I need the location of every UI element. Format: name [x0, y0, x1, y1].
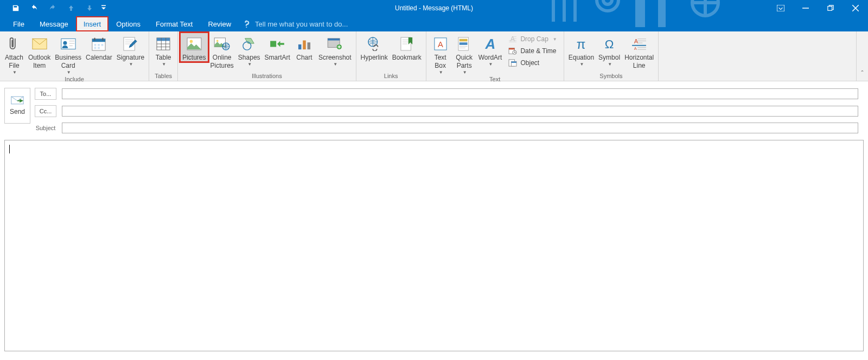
shapes-icon [242, 35, 256, 53]
chart-icon [297, 35, 311, 53]
to-input[interactable] [62, 88, 858, 99]
tab-message[interactable]: Message [32, 16, 76, 31]
ribbon-tabs: File Message Insert Options Format Text … [0, 16, 868, 31]
close-button[interactable] [843, 0, 868, 16]
svg-point-7 [63, 41, 67, 45]
date-time-button[interactable]: Date & Time [505, 46, 560, 56]
maximize-button[interactable] [818, 0, 843, 16]
svg-rect-32 [459, 42, 467, 45]
quick-parts-button[interactable]: Quick Parts ▼ [452, 33, 476, 75]
svg-rect-31 [459, 39, 467, 42]
text-box-button[interactable]: A Text Box ▼ [429, 33, 452, 75]
horizontal-line-icon: AA [631, 35, 647, 53]
tab-format-text[interactable]: Format Text [148, 16, 200, 31]
horizontal-line-button[interactable]: AA Horizontal Line [622, 33, 656, 70]
quick-parts-icon [458, 35, 471, 53]
previous-item-button[interactable] [62, 0, 80, 16]
message-body[interactable] [4, 140, 864, 351]
group-label-include: Include [2, 75, 146, 84]
symbol-button[interactable]: Ω Symbol ▼ [596, 33, 622, 67]
chevron-down-icon: ▼ [579, 62, 584, 67]
tab-review[interactable]: Review [200, 16, 239, 31]
group-illustrations: Pictures Online Pictures Shapes ▼ SmartA… [178, 31, 356, 81]
send-button[interactable]: Send [4, 88, 30, 124]
tab-file[interactable]: File [5, 16, 32, 31]
chevron-down-icon: ▼ [247, 62, 252, 67]
svg-point-0 [597, 0, 618, 11]
object-icon [508, 59, 517, 67]
equation-button[interactable]: π Equation ▼ [566, 33, 596, 67]
group-include: Attach File ▼ Outlook Item Business Card… [0, 31, 149, 81]
svg-rect-24 [328, 38, 340, 41]
next-item-button[interactable] [80, 0, 99, 16]
chevron-down-icon: ▼ [333, 62, 337, 67]
pictures-button[interactable]: Pictures [180, 33, 208, 62]
business-card-button[interactable]: Business Card ▼ [53, 33, 84, 75]
to-button[interactable]: To... [35, 88, 56, 100]
hyperlink-button[interactable]: Hyperlink [359, 33, 390, 62]
subject-label: Subject [35, 125, 56, 131]
svg-rect-22 [307, 42, 310, 49]
svg-text:Ω: Ω [605, 37, 614, 51]
bookmark-button[interactable]: Bookmark [390, 33, 424, 62]
smartart-button[interactable]: SmartArt [263, 33, 292, 62]
svg-text:A: A [438, 40, 443, 49]
window-title: Untitled - Message (HTML) [395, 4, 473, 12]
picture-icon [187, 35, 202, 53]
chevron-down-icon: ▼ [608, 62, 612, 67]
attach-file-button[interactable]: Attach File ▼ [2, 33, 26, 75]
wordart-button[interactable]: A WordArt ▼ [476, 33, 505, 67]
symbol-icon: Ω [602, 35, 617, 53]
calendar-button[interactable]: Calendar [84, 33, 114, 62]
chevron-down-icon: ▼ [67, 70, 71, 75]
svg-point-2 [692, 0, 718, 16]
svg-text:A: A [634, 46, 637, 50]
outlook-item-button[interactable]: Outlook Item [26, 33, 53, 70]
chart-button[interactable]: Chart [292, 33, 316, 62]
subject-input[interactable] [62, 123, 858, 133]
customize-qat-button[interactable] [99, 0, 108, 16]
svg-rect-12 [157, 38, 170, 41]
cc-row: Cc... [35, 105, 858, 117]
group-symbols: π Equation ▼ Ω Symbol ▼ AA Horizontal Li… [564, 31, 659, 81]
tab-insert[interactable]: Insert [76, 16, 109, 31]
cc-input[interactable] [62, 106, 858, 117]
screenshot-button[interactable]: Screenshot ▼ [316, 33, 354, 67]
svg-rect-19 [270, 41, 276, 47]
svg-rect-3 [777, 5, 784, 11]
collapse-ribbon-button[interactable]: ˆ [856, 31, 868, 81]
svg-rect-40 [512, 61, 517, 63]
chevron-down-icon: ▼ [553, 37, 557, 42]
undo-button[interactable] [25, 0, 43, 16]
tell-me-search[interactable]: Tell me what you want to do... [239, 16, 348, 31]
wordart-icon: A [483, 35, 498, 53]
svg-point-18 [243, 42, 251, 50]
shapes-button[interactable]: Shapes ▼ [236, 33, 263, 67]
envelope-icon [32, 35, 47, 53]
signature-icon [123, 35, 137, 53]
quick-access-toolbar [0, 0, 108, 16]
group-label-symbols: Symbols [566, 72, 656, 81]
svg-rect-36 [509, 48, 515, 50]
chevron-down-icon: ▼ [463, 70, 467, 75]
text-caret [9, 145, 10, 153]
save-button[interactable] [7, 0, 25, 16]
table-button[interactable]: Table ▼ [151, 33, 175, 67]
svg-text:A: A [484, 37, 495, 51]
tab-options[interactable]: Options [108, 16, 148, 31]
object-button[interactable]: Object [505, 57, 560, 68]
online-pictures-button[interactable]: Online Pictures [208, 33, 236, 70]
svg-point-1 [603, 0, 612, 4]
drop-cap-icon: A [508, 35, 517, 43]
chevron-down-icon: ▼ [12, 70, 17, 75]
cc-button[interactable]: Cc... [35, 105, 56, 117]
ribbon-display-options-button[interactable] [768, 0, 793, 16]
group-label-links: Links [359, 72, 424, 81]
bookmark-icon [400, 35, 413, 53]
redo-button[interactable] [43, 0, 62, 16]
hyperlink-icon [367, 35, 382, 53]
minimize-button[interactable] [793, 0, 818, 16]
signature-button[interactable]: Signature ▼ [114, 33, 146, 67]
drop-cap-button[interactable]: A Drop Cap▼ [505, 34, 560, 44]
group-label-illustrations: Illustrations [180, 72, 353, 81]
